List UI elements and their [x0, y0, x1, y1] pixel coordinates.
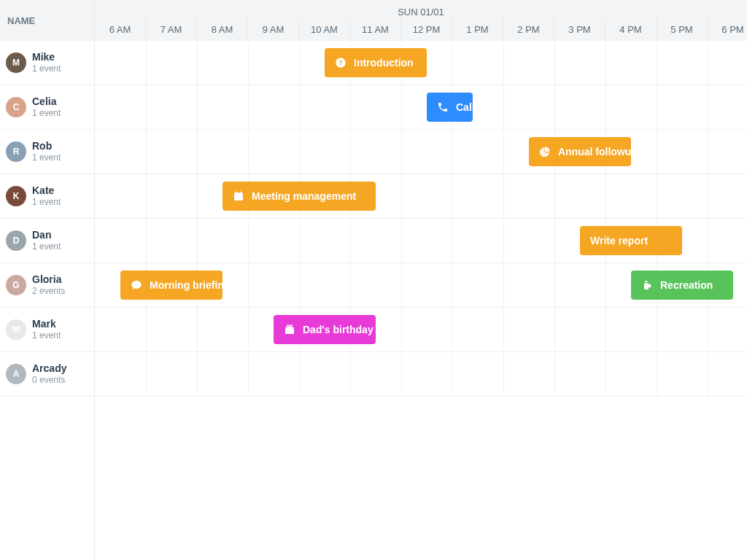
avatar: C [6, 97, 26, 117]
event[interactable]: Annual followup [529, 137, 631, 166]
event-title: Dad's birthday [303, 324, 374, 335]
event[interactable]: Write report [580, 226, 682, 255]
hour-header[interactable]: 3 PM [554, 18, 605, 41]
resource-row[interactable]: M Mark 1 event [0, 308, 94, 352]
hour-header-row: 6 AM7 AM8 AM9 AM10 AM11 AM12 PM1 PM2 PM3… [95, 18, 747, 41]
event-title: Call [456, 101, 475, 113]
svg-rect-4 [236, 191, 237, 193]
avatar: M [6, 52, 26, 73]
calendar-row[interactable]: Morning briefingRecreation [95, 263, 747, 308]
phone-icon [437, 101, 449, 113]
avatar: M [6, 319, 26, 340]
calendar-icon [233, 190, 244, 202]
sidebar-header: NAME [0, 0, 94, 41]
avatar: D [6, 230, 26, 251]
avatar: K [6, 186, 26, 206]
event[interactable]: Recreation [631, 271, 733, 300]
hour-header[interactable]: 10 AM [299, 18, 350, 41]
piechart-icon [539, 146, 551, 158]
resource-name: Gloria [32, 273, 65, 285]
svg-rect-5 [240, 191, 241, 193]
hour-header[interactable]: 12 PM [401, 18, 452, 41]
calendar-header: SUN 01/01 6 AM7 AM8 AM9 AM10 AM11 AM12 P… [95, 0, 747, 41]
event[interactable]: Call [427, 93, 473, 122]
chat-icon [131, 279, 142, 291]
svg-text:?: ? [338, 59, 343, 66]
resource-row[interactable]: R Rob 1 event [0, 130, 94, 174]
hour-header[interactable]: 4 PM [605, 18, 657, 41]
resource-subtext: 1 event [32, 198, 61, 208]
resource-row[interactable]: C Celia 1 event [0, 85, 94, 130]
hour-header[interactable]: 5 PM [657, 18, 708, 41]
event[interactable]: Morning briefing [120, 271, 222, 300]
resource-subtext: 1 event [32, 242, 61, 252]
resource-name: Mark [32, 318, 61, 330]
resource-subtext: 1 event [32, 64, 61, 74]
hour-header[interactable]: 6 PM [708, 18, 747, 41]
avatar: A [6, 364, 26, 384]
avatar: G [6, 275, 26, 295]
resource-row[interactable]: A Arcady 0 events [0, 352, 94, 397]
resource-name: Celia [32, 96, 61, 107]
resource-subtext: 0 events [32, 376, 66, 386]
calendar-row[interactable]: Dad's birthday [95, 308, 747, 352]
resource-name: Mike [32, 51, 61, 63]
calendar-body[interactable]: ?IntroductionCallAnnual followupMeeting … [95, 41, 747, 397]
event-title: Introduction [354, 57, 414, 69]
calendar-row[interactable]: ?Introduction [95, 41, 747, 85]
hour-header[interactable]: 11 AM [350, 18, 401, 41]
calendar-row[interactable] [95, 352, 747, 397]
hour-header[interactable]: 8 AM [197, 18, 248, 41]
svg-rect-9 [289, 327, 290, 334]
svg-point-10 [287, 325, 289, 327]
event-title: Meeting management [252, 190, 356, 202]
resource-name: Arcady [32, 362, 66, 374]
svg-point-11 [290, 325, 292, 327]
resource-name: Rob [32, 140, 61, 152]
event-title: Recreation [660, 279, 713, 291]
calendar-area: SUN 01/01 6 AM7 AM8 AM9 AM10 AM11 AM12 P… [95, 0, 747, 560]
date-header[interactable]: SUN 01/01 [95, 0, 747, 18]
hour-header[interactable]: 2 PM [503, 18, 554, 41]
beer-icon [641, 279, 653, 291]
resource-name: Kate [32, 184, 61, 196]
resource-row[interactable]: D Dan 1 event [0, 219, 94, 263]
hour-header[interactable]: 6 AM [95, 18, 146, 41]
resource-row[interactable]: G Gloria 2 events [0, 263, 94, 308]
avatar: R [6, 141, 26, 162]
calendar-row[interactable]: Meeting management [95, 174, 747, 219]
resource-name: Dan [32, 229, 61, 241]
event-title: Morning briefing [150, 279, 230, 291]
event[interactable]: Meeting management [222, 182, 376, 211]
resource-subtext: 1 event [32, 153, 61, 163]
hour-header[interactable]: 9 AM [248, 18, 299, 41]
event[interactable]: Dad's birthday [274, 315, 376, 344]
hour-header[interactable]: 1 PM [452, 18, 503, 41]
event-title: Annual followup [558, 146, 638, 158]
resource-sidebar: NAME M Mike 1 event C Celia 1 event R Ro… [0, 0, 95, 560]
resource-row[interactable]: M Mike 1 event [0, 41, 94, 85]
help-icon: ? [335, 57, 347, 69]
calendar-row[interactable]: Annual followup [95, 130, 747, 174]
resource-row[interactable]: K Kate 1 event [0, 174, 94, 219]
event[interactable]: ?Introduction [325, 48, 427, 77]
event-title: Write report [590, 235, 648, 246]
gift-icon [284, 324, 295, 335]
hour-header[interactable]: 7 AM [146, 18, 197, 41]
calendar-row[interactable]: Write report [95, 219, 747, 263]
calendar-row[interactable]: Call [95, 85, 747, 130]
resource-subtext: 1 event [32, 109, 61, 119]
svg-rect-6 [645, 281, 647, 282]
resource-subtext: 2 events [32, 287, 65, 297]
resource-subtext: 1 event [32, 331, 61, 341]
svg-rect-3 [234, 192, 243, 195]
